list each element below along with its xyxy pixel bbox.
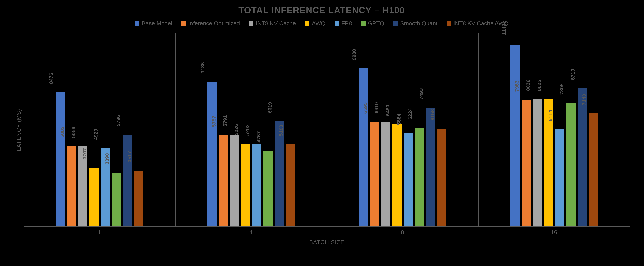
bar-value-label: 5757 (211, 116, 216, 129)
bar-value-label: 3517 (127, 151, 132, 164)
bar: 5796 (123, 134, 132, 226)
bar: 8476 (56, 92, 65, 226)
bar-value-label: 6619 (267, 102, 272, 115)
bar: 5791 (230, 135, 239, 226)
bar: 7805 (566, 103, 576, 226)
bar-value-label: 6610 (374, 102, 379, 115)
bar: 7983 (522, 100, 531, 226)
panel: 84765082505637074929339057963517 (24, 33, 175, 227)
legend-item: Inference Optimized (182, 20, 240, 27)
bar-value-label: 8719 (570, 69, 576, 82)
bar-value-label: 6114 (548, 110, 553, 123)
bar: 5202 (252, 144, 262, 226)
legend-swatch (334, 21, 339, 26)
panel: 114917983803680256114780587197140 (478, 33, 630, 227)
bar-value-label: 7140 (581, 94, 587, 107)
legend-label: FP8 (341, 20, 352, 27)
bar-value-label: 4929 (93, 129, 99, 142)
bar-value-label: 7805 (558, 83, 564, 96)
legend-swatch (249, 21, 254, 26)
bar-value-label: 5056 (70, 127, 76, 140)
legend-swatch (394, 21, 398, 26)
bar-value-label: 8476 (48, 73, 54, 86)
bar-value-label: 9136 (200, 62, 206, 75)
x-tick: 8 (327, 229, 478, 236)
legend-label: INT8 KV Cache AWQ (454, 20, 508, 27)
legend-item: INT8 KV Cache (249, 20, 296, 27)
bar-value-label: 5796 (116, 115, 121, 128)
bar-value-label: 7983 (514, 81, 520, 94)
bar-value-label: 6158 (430, 109, 436, 122)
bar-value-label: 9980 (351, 49, 357, 62)
legend-swatch (361, 21, 366, 26)
bar-value-label: 5791 (222, 115, 228, 128)
bar-value-label: 8025 (536, 80, 542, 93)
bar-value-label: 5884 (396, 114, 402, 127)
bar-value-label: 5190 (278, 125, 284, 137)
bar: 9980 (359, 68, 368, 226)
bar: 6450 (392, 124, 402, 226)
bar-value-label: 3707 (82, 148, 88, 161)
bar: 5082 (67, 146, 76, 226)
legend-label: INT8 KV Cache (256, 20, 296, 27)
legend-item: Smooth Quant (394, 20, 438, 27)
bar-value-label: 5226 (233, 124, 239, 137)
legend-swatch (446, 21, 451, 26)
legend-label: GPTQ (368, 20, 384, 27)
panel: 99806595661064505884622474936158 (327, 33, 478, 227)
bar: 6158 (437, 129, 446, 226)
bar: 3707 (90, 168, 98, 226)
x-axis-label: BATCH SIZE (24, 239, 630, 246)
panels: 8476508250563707492933905796351791365757… (24, 33, 630, 227)
y-axis: LATENCY (MS) (14, 33, 24, 227)
bar: 11491 (510, 45, 520, 226)
bar: 8036 (533, 99, 542, 226)
y-axis-label: LATENCY (MS) (16, 109, 22, 151)
legend-item: AWQ (305, 20, 326, 27)
bar: 6224 (415, 128, 424, 226)
bar-value-label: 3390 (104, 153, 110, 166)
bar: 9136 (208, 82, 216, 226)
legend-item: Base Model (135, 20, 172, 27)
x-tick: 4 (175, 229, 327, 236)
bar: 4767 (264, 151, 272, 226)
bar-value-label: 6595 (362, 102, 368, 115)
bar-value-label: 8036 (525, 80, 531, 93)
bar-value-label: 5202 (244, 124, 250, 137)
bar: 3517 (134, 171, 144, 226)
bar-value-label: 7493 (418, 88, 424, 101)
legend-label: Smooth Quant (400, 20, 438, 27)
bar: 7140 (589, 113, 598, 226)
bar-value-label: 6450 (385, 105, 390, 118)
bar-value-label: 5082 (60, 127, 65, 139)
bar-value-label: 6224 (407, 108, 413, 121)
bar: 6595 (370, 122, 379, 226)
legend-label: Inference Optimized (188, 20, 240, 27)
legend-item: FP8 (334, 20, 352, 27)
bar-value-label: 11491 (501, 21, 507, 36)
bar: 7493 (426, 108, 435, 226)
legend-label: AWQ (312, 20, 326, 27)
legend-swatch (305, 21, 310, 26)
panel: 91365757579152265202476766195190 (175, 33, 327, 227)
bar: 5226 (241, 143, 250, 226)
chart-container: TOTAL INFERENCE LATENCY – H100 Base Mode… (14, 5, 630, 261)
bar: 5757 (219, 135, 228, 226)
x-tick: 1 (24, 229, 175, 236)
plot-area: LATENCY (MS) 847650825056370749293390579… (14, 33, 630, 227)
legend-item: INT8 KV Cache AWQ (446, 20, 508, 27)
legend-label: Base Model (142, 20, 172, 27)
bar: 8719 (578, 88, 587, 226)
bar: 3390 (112, 173, 121, 226)
bar: 5190 (286, 144, 295, 226)
legend-swatch (182, 21, 186, 26)
bar: 6610 (381, 122, 390, 226)
bar: 5884 (404, 133, 413, 226)
legend-swatch (135, 21, 139, 26)
legend-item: GPTQ (361, 20, 384, 27)
bar-value-label: 4767 (256, 131, 262, 144)
x-ticks: 14816 (24, 229, 630, 236)
chart-title: TOTAL INFERENCE LATENCY – H100 (14, 5, 630, 15)
x-tick: 16 (478, 229, 630, 236)
legend: Base ModelInference OptimizedINT8 KV Cac… (14, 20, 630, 27)
